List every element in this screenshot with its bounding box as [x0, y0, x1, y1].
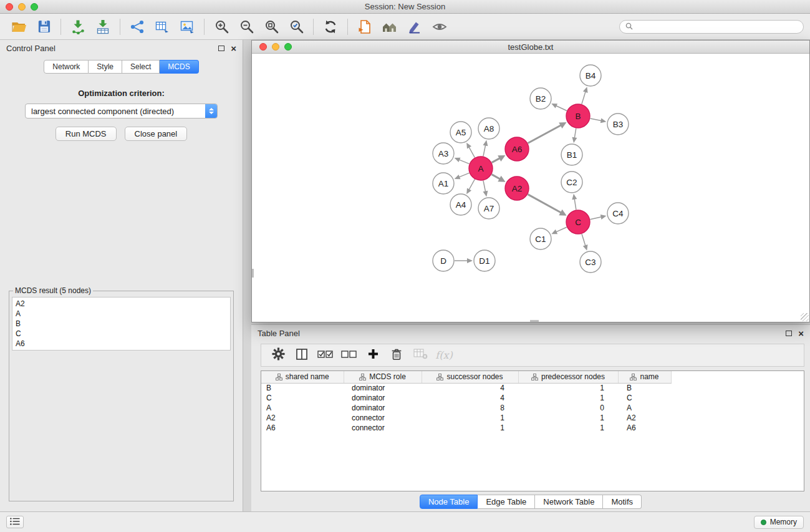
tab-mcds[interactable]: MCDS: [160, 60, 198, 74]
edge-A-A7[interactable]: [483, 181, 488, 197]
edge-B-B1[interactable]: [572, 128, 577, 143]
control-panel-float-button[interactable]: [218, 46, 224, 51]
node-C4[interactable]: C4: [607, 203, 629, 224]
column-header-mcds-role[interactable]: MCDS role: [344, 371, 422, 383]
mcds-result-item[interactable]: B: [16, 319, 227, 329]
apply-layout-button[interactable]: [318, 16, 343, 38]
zoom-fit-button[interactable]: [259, 16, 284, 38]
zoom-out-button[interactable]: [234, 16, 259, 38]
node-A7[interactable]: A7: [478, 198, 499, 219]
node-C3[interactable]: C3: [580, 251, 601, 273]
node-A[interactable]: A: [469, 157, 493, 180]
node-D1[interactable]: D1: [474, 250, 495, 271]
export-network-button[interactable]: [125, 16, 150, 38]
edge-B-B3[interactable]: [591, 118, 607, 123]
table-row[interactable]: Bdominator41B: [261, 383, 671, 393]
tab-motifs[interactable]: Motifs: [603, 495, 642, 509]
tab-select[interactable]: Select: [122, 60, 160, 74]
export-table-button[interactable]: [150, 16, 175, 38]
tab-node-table[interactable]: Node Table: [420, 495, 478, 509]
hide-selected-button[interactable]: [427, 16, 452, 38]
node-C2[interactable]: C2: [561, 172, 582, 193]
edge-A-A1[interactable]: [455, 173, 470, 179]
node-B3[interactable]: B3: [607, 114, 629, 135]
mcds-result-item[interactable]: A: [16, 309, 227, 319]
edge-D-D1[interactable]: [455, 258, 473, 263]
tab-edge-table[interactable]: Edge Table: [478, 495, 535, 509]
node-A2[interactable]: A2: [505, 177, 529, 200]
table-row[interactable]: Adominator80A: [261, 403, 671, 413]
zoom-in-button[interactable]: [209, 16, 234, 38]
network-canvas[interactable]: B4B2BB3A5A8A6B1A3AC2A1A2A4A7CC4C1C3DD1: [252, 54, 809, 322]
mcds-result-list[interactable]: A2ABCA6: [12, 297, 231, 351]
mcds-result-item[interactable]: C: [16, 329, 227, 339]
edge-C-C2[interactable]: [572, 194, 577, 210]
export-document-button[interactable]: [352, 16, 377, 38]
network-window-zoom-button[interactable]: [284, 43, 292, 51]
memory-button[interactable]: Memory: [754, 516, 804, 529]
edge-A-A3[interactable]: [455, 158, 470, 164]
edge-A-A5[interactable]: [466, 143, 475, 158]
first-neighbors-button[interactable]: [377, 16, 402, 38]
table-row[interactable]: Cdominator41C: [261, 393, 671, 403]
node-A1[interactable]: A1: [433, 173, 454, 194]
edge-A2-C[interactable]: [528, 195, 567, 216]
control-panel-close-button[interactable]: ×: [231, 46, 236, 52]
search-input[interactable]: [636, 22, 798, 31]
edge-C-C3[interactable]: [582, 234, 588, 251]
node-B[interactable]: B: [566, 104, 590, 128]
node-B2[interactable]: B2: [530, 88, 551, 109]
table-panel-close-button[interactable]: ×: [798, 331, 804, 337]
node-B4[interactable]: B4: [580, 65, 601, 86]
delete-column-button[interactable]: [385, 346, 408, 365]
zoom-window-button[interactable]: [31, 3, 38, 11]
edge-B-B4[interactable]: [582, 87, 588, 104]
close-window-button[interactable]: [6, 3, 13, 11]
column-header-shared-name[interactable]: shared name: [261, 371, 344, 383]
tab-style[interactable]: Style: [89, 60, 122, 74]
export-image-button[interactable]: [175, 16, 200, 38]
edge-C-C1[interactable]: [551, 227, 566, 234]
table-options-button[interactable]: [266, 346, 290, 365]
save-session-button[interactable]: [31, 16, 56, 38]
run-mcds-button[interactable]: Run MCDS: [55, 127, 117, 141]
node-D[interactable]: D: [433, 250, 454, 271]
table-row[interactable]: A6connector11A6: [261, 423, 671, 433]
search-box[interactable]: [619, 20, 804, 34]
edge-A6-B[interactable]: [528, 122, 567, 143]
horizontal-scrollbar[interactable]: [530, 320, 539, 322]
network-window-minimize-button[interactable]: [272, 43, 279, 51]
import-network-button[interactable]: [65, 16, 90, 38]
edge-B-B2[interactable]: [551, 104, 567, 111]
minimize-window-button[interactable]: [18, 3, 26, 11]
select-all-button[interactable]: [314, 346, 337, 365]
close-panel-button[interactable]: Close panel: [125, 127, 188, 141]
window-resize-grip[interactable]: [801, 313, 809, 321]
column-header-name[interactable]: name: [618, 371, 671, 383]
network-window-titlebar[interactable]: testGlobe.txt: [252, 41, 809, 54]
edge-A-A6[interactable]: [492, 155, 506, 163]
node-A4[interactable]: A4: [450, 194, 471, 215]
import-table-button[interactable]: [90, 16, 115, 38]
edge-A-A8[interactable]: [483, 140, 488, 157]
network-window-close-button[interactable]: [259, 43, 267, 51]
column-header-successor-nodes[interactable]: successor nodes: [422, 371, 518, 383]
zoom-selected-button[interactable]: [284, 16, 309, 38]
edge-C-C4[interactable]: [591, 215, 607, 220]
node-A5[interactable]: A5: [450, 122, 471, 143]
mcds-result-item[interactable]: A2: [16, 299, 227, 309]
node-A3[interactable]: A3: [433, 143, 454, 164]
node-B1[interactable]: B1: [561, 144, 582, 165]
edge-A-A2[interactable]: [492, 175, 506, 182]
new-column-button[interactable]: [361, 346, 385, 365]
node-A6[interactable]: A6: [505, 137, 529, 161]
table-row[interactable]: A2connector11A2: [261, 413, 671, 423]
tab-network[interactable]: Network: [44, 60, 89, 74]
node-A8[interactable]: A8: [478, 118, 499, 139]
network-view[interactable]: B4B2BB3A5A8A6B1A3AC2A1A2A4A7CC4C1C3DD1: [252, 54, 809, 322]
show-columns-button[interactable]: [290, 346, 314, 365]
graphics-details-button[interactable]: [402, 16, 427, 38]
deselect-all-button[interactable]: [337, 346, 361, 365]
open-session-button[interactable]: [6, 16, 31, 38]
edge-A-A4[interactable]: [466, 180, 475, 195]
